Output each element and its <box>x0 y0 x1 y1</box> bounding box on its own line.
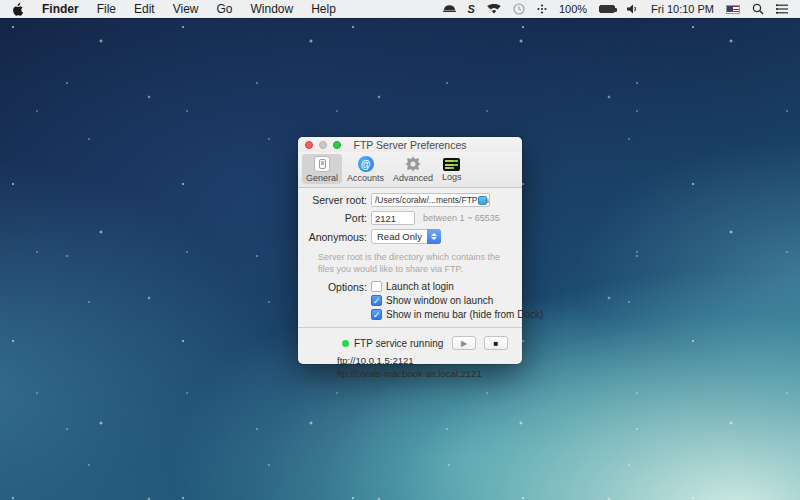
show-menu-bar-label: Show in menu bar (hide from Dock) <box>386 309 543 320</box>
launch-at-login-label: Launch at login <box>386 281 454 292</box>
title-bar[interactable]: FTP Server Preferences <box>298 137 522 152</box>
ftp-preferences-window: FTP Server Preferences General @ Account… <box>298 137 522 364</box>
volume-icon[interactable] <box>621 0 645 18</box>
window-title: FTP Server Preferences <box>298 139 522 151</box>
server-root-help-text: Server root is the directory which conta… <box>298 248 522 281</box>
start-service-button[interactable]: ▶ <box>452 336 476 350</box>
server-root-row: Server root: /Users/coralw/...ments/FTPS… <box>298 193 522 207</box>
ftp-url-ip: ftp://10.0.1.5:2121 <box>337 355 522 368</box>
sync-app-menu-icon[interactable]: S <box>462 0 481 18</box>
option-show-window-on-launch[interactable]: Show window on launch <box>371 295 543 306</box>
show-window-checkbox[interactable] <box>371 295 382 306</box>
menu-help[interactable]: Help <box>302 0 345 18</box>
service-running-indicator <box>342 340 349 347</box>
tab-accounts-label: Accounts <box>347 173 384 183</box>
zoom-button[interactable] <box>333 141 341 149</box>
tab-advanced[interactable]: Advanced <box>389 154 437 184</box>
tab-accounts[interactable]: @ Accounts <box>343 154 388 184</box>
logs-terminal-icon <box>443 158 460 171</box>
options-row: Options: Launch at login Show window on … <box>298 281 522 320</box>
menu-go[interactable]: Go <box>208 0 242 18</box>
battery-icon[interactable] <box>593 0 621 18</box>
menu-bar: Finder File Edit View Go Window Help S 1… <box>0 0 800 18</box>
tab-general-label: General <box>306 173 338 183</box>
tab-logs[interactable]: Logs <box>438 154 466 183</box>
server-root-label: Server root: <box>298 194 367 206</box>
port-field[interactable]: 2121 <box>371 211 415 225</box>
server-root-value: /Users/coralw/...ments/FTPShare <box>375 195 490 205</box>
battery-percent-label: 100% <box>553 0 593 18</box>
anonymous-popup-value: Read Only <box>377 231 422 242</box>
minimize-button[interactable] <box>319 141 327 149</box>
option-launch-at-login[interactable]: Launch at login <box>371 281 543 292</box>
menu-finder[interactable]: Finder <box>33 0 88 18</box>
accounts-at-icon: @ <box>358 156 374 172</box>
spotlight-icon[interactable] <box>746 0 770 18</box>
general-pane: Server root: /Users/coralw/...ments/FTPS… <box>298 188 522 381</box>
menu-edit[interactable]: Edit <box>125 0 164 18</box>
ftp-urls: ftp://10.0.1.5:2121 ftp://corals-macbook… <box>337 355 522 381</box>
ftp-url-local: ftp://corals-macbook-air.local:2121 <box>337 368 522 381</box>
advanced-gear-icon <box>405 156 421 172</box>
tab-general[interactable]: General <box>302 154 342 184</box>
tab-logs-label: Logs <box>442 172 462 182</box>
stop-service-button[interactable]: ■ <box>484 336 508 350</box>
menu-view[interactable]: View <box>164 0 208 18</box>
anonymous-popup[interactable]: Read Only <box>371 229 441 244</box>
launch-at-login-checkbox[interactable] <box>371 281 382 292</box>
show-window-label: Show window on launch <box>386 295 493 306</box>
wifi-icon[interactable] <box>481 0 507 18</box>
menu-bar-clock[interactable]: Fri 10:10 PM <box>645 0 720 18</box>
port-label: Port: <box>298 212 367 224</box>
time-machine-icon[interactable] <box>507 0 531 18</box>
service-status-text: FTP service running <box>354 338 443 349</box>
popup-stepper-icon <box>427 229 441 244</box>
port-range-hint: between 1 ~ 65535 <box>423 213 500 223</box>
preferences-toolbar: General @ Accounts Advanced Logs <box>298 152 522 188</box>
menu-bar-status-area: S 100% Fri 10:10 PM <box>437 0 800 18</box>
choose-folder-button[interactable] <box>478 196 487 205</box>
server-root-field[interactable]: /Users/coralw/...ments/FTPShare <box>371 193 490 207</box>
port-row: Port: 2121 between 1 ~ 65535 <box>298 211 522 225</box>
apple-menu-icon[interactable] <box>0 3 33 16</box>
input-menu-icon[interactable] <box>531 0 553 18</box>
menu-window[interactable]: Window <box>242 0 303 18</box>
general-switch-icon <box>314 156 330 172</box>
option-show-in-menu-bar[interactable]: Show in menu bar (hide from Dock) <box>371 309 543 320</box>
menu-file[interactable]: File <box>88 0 125 18</box>
input-source-flag-icon[interactable] <box>720 0 746 18</box>
anonymous-row: Anonymous: Read Only <box>298 229 522 244</box>
notification-center-icon[interactable] <box>770 0 800 18</box>
ftp-app-menu-icon[interactable] <box>437 0 462 18</box>
tab-advanced-label: Advanced <box>393 173 433 183</box>
close-button[interactable] <box>305 141 313 149</box>
anonymous-label: Anonymous: <box>298 231 367 243</box>
desktop: Finder File Edit View Go Window Help S 1… <box>0 0 800 500</box>
options-label: Options: <box>298 281 367 293</box>
section-divider <box>298 327 522 328</box>
show-menu-bar-checkbox[interactable] <box>371 309 382 320</box>
service-status-row: FTP service running ▶ ■ <box>342 336 508 350</box>
